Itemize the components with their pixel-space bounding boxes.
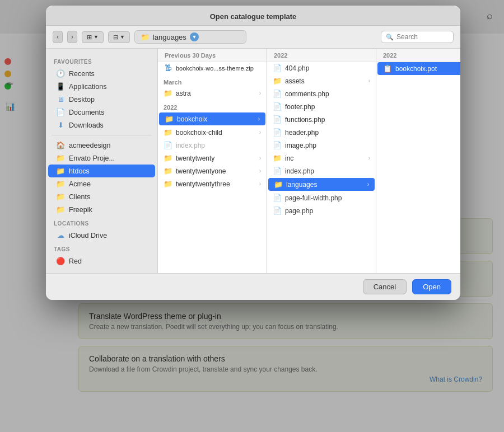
- dialog-toolbar: ‹ › ⊞ ▼ ⊟ ▼ 📁 languages ▼ 🔍: [46, 26, 460, 49]
- sidebar-item-applications[interactable]: 📱 Applications: [48, 80, 155, 93]
- search-box: 🔍: [381, 31, 454, 43]
- sidebar-item-htdocs[interactable]: 📁 htdocs: [48, 165, 155, 177]
- sidebar-acmeedesign-label: acmeedesign: [69, 142, 110, 149]
- sidebar-item-icloud[interactable]: ☁ iCloud Drive: [48, 229, 155, 242]
- 404-icon: 📄: [273, 64, 282, 72]
- file-item-404[interactable]: 📄 404.php: [267, 62, 376, 74]
- sidebar-item-acmee[interactable]: 📁 Acmee: [48, 177, 155, 190]
- htdocs-icon: 📁: [56, 167, 65, 175]
- zip-icon: 🗜: [164, 64, 172, 72]
- view-dropdown-arrow: ▼: [94, 34, 99, 40]
- grid-icon: ⊞: [87, 34, 92, 41]
- comments-icon: 📄: [273, 90, 282, 98]
- nav-back-button[interactable]: ‹: [53, 31, 63, 43]
- file-item-pot[interactable]: 📋 bookchoix.pot: [377, 62, 460, 75]
- file-column-1: Previous 30 Days 🗜 bookchoix-wo...ss-the…: [158, 49, 267, 273]
- bookchoix-chevron-icon: ›: [258, 116, 260, 122]
- view-grid-button[interactable]: ⊞ ▼: [82, 31, 104, 43]
- sidebar-item-acmeedesign[interactable]: 🏠 acmeedesign: [48, 139, 155, 152]
- bookchoix-child-icon: 📁: [164, 128, 172, 137]
- list-icon: ⊟: [113, 34, 118, 41]
- file-pot-name: bookchoix.pot: [395, 65, 437, 73]
- nav-forward-button[interactable]: ›: [67, 31, 77, 43]
- sidebar-item-documents[interactable]: 📄 Documents: [48, 106, 155, 119]
- open-button[interactable]: Open: [412, 279, 451, 294]
- file-item-bookchoix-child[interactable]: 📁 bookchoix-child ›: [158, 126, 267, 139]
- footer-icon: 📄: [273, 102, 282, 111]
- search-input[interactable]: [396, 33, 447, 41]
- index-php-icon: 📄: [164, 141, 172, 149]
- downloads-icon: ⬇: [56, 121, 65, 129]
- sidebar-clients-label: Clients: [69, 193, 90, 201]
- header-icon: 📄: [273, 128, 282, 137]
- view-list-arrow: ▼: [120, 34, 125, 40]
- view-list-button[interactable]: ⊟ ▼: [108, 31, 130, 43]
- sidebar-item-envato[interactable]: 📁 Envato Proje...: [48, 152, 155, 165]
- sidebar-red-label: Red: [69, 257, 82, 265]
- astra-folder-icon: 📁: [164, 89, 172, 97]
- applications-icon: 📱: [56, 82, 65, 91]
- file-item-inc[interactable]: 📁 inc ›: [267, 152, 376, 165]
- file-item-functions[interactable]: 📄 functions.php: [267, 113, 376, 126]
- file-zip-name: bookchoix-wo...ss-theme.zip: [176, 65, 254, 72]
- sidebar-item-freepik[interactable]: 📁 Freepik: [48, 203, 155, 216]
- languages-icon: 📁: [274, 180, 283, 189]
- desktop-icon: 🖥: [56, 95, 65, 104]
- sidebar-documents-label: Documents: [69, 109, 104, 116]
- file-item-languages[interactable]: 📁 languages ›: [268, 178, 375, 191]
- file-item-twentytwentyone[interactable]: 📁 twentytwentyone ›: [158, 165, 267, 177]
- sidebar-item-downloads[interactable]: ⬇ Downloads: [48, 119, 155, 132]
- file-bookchoix-child-name: bookchoix-child: [176, 129, 222, 137]
- file-astra-name: astra: [176, 90, 191, 97]
- sidebar: Favourites 🕐 Recents 📱 Applications 🖥 De…: [46, 49, 158, 273]
- sidebar-downloads-label: Downloads: [69, 121, 104, 129]
- file-item-footer[interactable]: 📄 footer.php: [267, 100, 376, 113]
- location-pill[interactable]: 📁 languages ▼: [134, 30, 246, 44]
- sidebar-item-recents[interactable]: 🕐 Recents: [48, 67, 155, 80]
- red-tag-icon: 🔴: [56, 257, 65, 265]
- file-image-name: image.php: [285, 142, 316, 149]
- sidebar-freepik-label: Freepik: [69, 206, 92, 214]
- file-404-name: 404.php: [285, 64, 309, 72]
- open-dialog: Open catalogue template ‹ › ⊞ ▼ ⊟ ▼ 📁 la…: [46, 6, 460, 300]
- clients-icon: 📁: [56, 192, 65, 201]
- file-item-image[interactable]: 📄 image.php: [267, 139, 376, 152]
- year-2022-section: 2022: [158, 100, 267, 112]
- file-item-header[interactable]: 📄 header.php: [267, 126, 376, 139]
- astra-chevron-icon: ›: [259, 90, 261, 96]
- file-twentytwentyone-name: twentytwentyone: [176, 167, 226, 175]
- icloud-icon: ☁: [56, 231, 65, 240]
- file-item-index2[interactable]: 📄 index.php: [267, 165, 376, 177]
- favourites-label: Favourites: [46, 54, 157, 67]
- file-column-2: 2022 📄 404.php 📁 assets › 📄 comments.php: [267, 49, 376, 273]
- cancel-button[interactable]: Cancel: [363, 279, 407, 294]
- file-twentytwenty-name: twentytwenty: [176, 154, 214, 162]
- file-item-twentytwentythree[interactable]: 📁 twentytwentythree ›: [158, 177, 267, 190]
- sidebar-item-red[interactable]: 🔴 Red: [48, 255, 155, 267]
- march-section: March: [158, 74, 267, 87]
- envato-icon: 📁: [56, 154, 65, 162]
- recents-icon: 🕐: [56, 69, 65, 78]
- sidebar-item-clients[interactable]: 📁 Clients: [48, 190, 155, 203]
- twentytwentyone-icon: 📁: [164, 167, 172, 175]
- file-item-assets[interactable]: 📁 assets ›: [267, 74, 376, 87]
- bookchoix-folder-icon: 📁: [165, 115, 174, 123]
- search-icon-small: 🔍: [386, 34, 394, 41]
- languages-chevron: ›: [367, 181, 369, 187]
- functions-icon: 📄: [273, 115, 282, 124]
- file-item-page-full[interactable]: 📄 page-full-width.php: [267, 191, 376, 204]
- file-item-comments[interactable]: 📄 comments.php: [267, 87, 376, 100]
- file-item-twentytwenty[interactable]: 📁 twentytwenty ›: [158, 152, 267, 165]
- file-item-page[interactable]: 📄 page.php: [267, 204, 376, 217]
- sidebar-envato-label: Envato Proje...: [69, 154, 115, 162]
- assets-chevron: ›: [368, 78, 370, 84]
- location-dropdown-button[interactable]: ▼: [190, 32, 199, 41]
- col1-header: Previous 30 Days: [158, 49, 267, 62]
- locations-label: Locations: [46, 216, 157, 229]
- file-item-astra[interactable]: 📁 astra ›: [158, 87, 267, 100]
- file-item-bookchoix[interactable]: 📁 bookchoix ›: [159, 112, 265, 125]
- tags-label: Tags: [46, 242, 157, 255]
- sidebar-item-desktop[interactable]: 🖥 Desktop: [48, 93, 155, 106]
- file-item-index-php[interactable]: 📄 index.php: [158, 139, 267, 152]
- file-item-zip[interactable]: 🗜 bookchoix-wo...ss-theme.zip: [158, 62, 267, 74]
